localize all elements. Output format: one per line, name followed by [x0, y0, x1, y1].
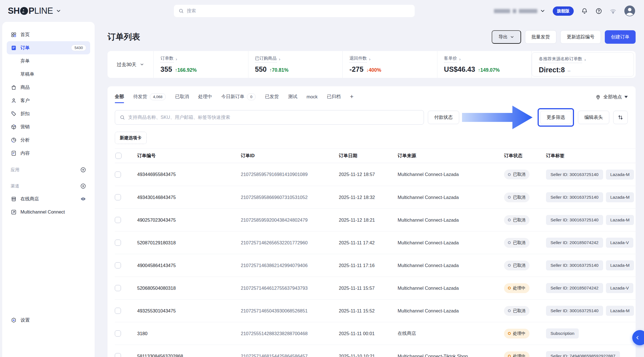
- help-icon[interactable]: [595, 8, 602, 15]
- status-dot-icon: [508, 219, 511, 221]
- bulk-ship-button[interactable]: 批量发货: [525, 30, 556, 44]
- row-checkbox[interactable]: [115, 330, 121, 337]
- tab-to-ship[interactable]: 待发货4,068: [133, 93, 166, 104]
- shopline-logo[interactable]: SH P LINE: [8, 6, 95, 16]
- more-filters-highlight: 更多筛选: [538, 108, 574, 127]
- tab-archived[interactable]: 已归档: [327, 94, 341, 103]
- order-source: Multichannel Connect-Tiktok Shop: [398, 354, 504, 357]
- sidebar-item-online-store[interactable]: 在线商店: [7, 192, 90, 205]
- sidebar-item-content[interactable]: 内容: [7, 147, 90, 160]
- tab-new-today[interactable]: 今日新订单0: [221, 93, 256, 104]
- chevron-right-icon: ›: [459, 57, 461, 61]
- table-row[interactable]: 5206805040803182107257146461275563794379…: [115, 277, 636, 299]
- row-checkbox[interactable]: [115, 217, 121, 223]
- sidebar-item-multichannel-connect[interactable]: Multichannel Connect: [7, 205, 90, 219]
- col-order-tags: 订单标签: [546, 153, 636, 159]
- order-search-input[interactable]: 支持商品名称、SKU、用户邮箱、标签等快速搜索: [115, 110, 424, 125]
- sidebar-item-label: 营销: [20, 124, 30, 130]
- order-id: 21072585959200438424802479: [241, 217, 339, 223]
- order-source: Multichannel Connect-Lazada: [398, 240, 504, 245]
- tab-mock[interactable]: mock: [307, 94, 318, 103]
- user-avatar[interactable]: [624, 5, 636, 17]
- table-row[interactable]: 4900458641434752107257146386214299407940…: [115, 254, 636, 277]
- create-order-button[interactable]: 创建订单: [605, 30, 636, 44]
- sidebar-item-home[interactable]: 首页: [7, 28, 90, 41]
- sidebar-item-customers[interactable]: 客户: [7, 94, 90, 107]
- table-row[interactable]: 5811330845637028682107257146815442586458…: [115, 345, 636, 357]
- row-checkbox[interactable]: [115, 240, 121, 246]
- sidebar-item-products[interactable]: 商品: [7, 81, 90, 94]
- global-search-placeholder: 搜索: [187, 8, 196, 14]
- period-select[interactable]: 过去30天: [108, 51, 154, 78]
- row-checkbox[interactable]: [115, 194, 121, 200]
- sidebar-item-orders[interactable]: 订单5430: [7, 41, 90, 54]
- sidebar-item-abandoned-orders[interactable]: 弃单: [7, 54, 90, 68]
- tab-cancelled[interactable]: 已取消: [175, 94, 189, 103]
- sidebar-item-discounts[interactable]: 折扣: [7, 107, 90, 120]
- tab-test[interactable]: 测试: [288, 94, 297, 103]
- status-label: 已取消: [513, 240, 526, 245]
- edit-columns-button[interactable]: 编辑表头: [578, 111, 609, 124]
- network-status-icon[interactable]: [610, 8, 617, 15]
- tab-label: 已发货: [265, 94, 279, 100]
- export-button[interactable]: 导出: [492, 30, 521, 44]
- order-status-cell: 处理中: [504, 351, 546, 357]
- row-checkbox[interactable]: [115, 285, 121, 291]
- stat-card-avg-order-value[interactable]: 客单价›US$46.43↑149.07%: [437, 51, 532, 78]
- sidebar-item-marketing[interactable]: 营销: [7, 120, 90, 133]
- row-checkbox[interactable]: [115, 171, 121, 178]
- chevron-left-icon: [635, 335, 640, 340]
- top-header: SH P LINE 搜索 旗舰版: [0, 0, 644, 22]
- row-checkbox[interactable]: [115, 308, 121, 314]
- table-row[interactable]: 4934301468434752107258595866960731053105…: [115, 186, 636, 208]
- add-apps-icon[interactable]: [80, 167, 86, 173]
- sidebar-item-analytics[interactable]: 分析: [7, 133, 90, 147]
- select-all-checkbox[interactable]: [115, 153, 122, 159]
- row-checkbox[interactable]: [115, 353, 121, 357]
- order-id: 21072571462656532201772960: [241, 240, 339, 245]
- tab-add-tab[interactable]: +: [350, 93, 354, 104]
- location-filter[interactable]: 全部地点: [595, 94, 628, 103]
- table-row[interactable]: 4932553010434752107257146504393006852685…: [115, 299, 636, 322]
- store-switcher[interactable]: [494, 8, 545, 14]
- customers-icon: [11, 98, 17, 104]
- sort-icon: [617, 114, 624, 120]
- more-filters-button[interactable]: 更多筛选: [540, 111, 571, 124]
- table-row[interactable]: 4902570230434752107258595920043842480247…: [115, 208, 636, 231]
- row-checkbox-cell: [115, 217, 137, 223]
- status-dot-icon: [508, 332, 511, 335]
- order-tabs: 全部待发货4,068已取消处理中今日新订单0已发货测试mock已归档+: [115, 93, 354, 104]
- stat-card-order-count[interactable]: 订单数›355↑166.92%: [154, 51, 248, 78]
- tab-shipped[interactable]: 已发货: [265, 94, 279, 103]
- order-date: 2025-11-12 18:32: [339, 195, 398, 200]
- row-checkbox-cell: [115, 308, 137, 314]
- tab-processing[interactable]: 处理中: [198, 94, 212, 103]
- status-label: 处理中: [513, 354, 526, 357]
- sidebar-item-draft-orders[interactable]: 草稿单: [7, 68, 90, 81]
- order-tags: Seller ID: 300163725140Lazada-M: [546, 306, 636, 316]
- sort-button[interactable]: [613, 111, 628, 124]
- tab-label: 处理中: [198, 94, 212, 100]
- stat-card-items-ordered[interactable]: 已订购商品›550↑70.81%: [248, 51, 343, 78]
- tab-count-badge: 4,068: [150, 93, 166, 100]
- global-search-input[interactable]: 搜索: [174, 5, 415, 17]
- new-view-tab-button[interactable]: 新建选项卡: [115, 132, 147, 144]
- payment-status-filter-button[interactable]: 付款状态: [428, 111, 459, 124]
- order-tags: Seller ID: 300163725140Lazada-M: [546, 170, 636, 180]
- tabs-row: 全部待发货4,068已取消处理中今日新订单0已发货测试mock已归档+ 全部地点: [115, 93, 628, 104]
- sidebar-item-settings[interactable]: 设置: [7, 314, 90, 327]
- stat-card-orders-by-referrer[interactable]: 各推荐来源名称订单数›Direct:8–: [532, 52, 634, 76]
- notifications-bell-icon[interactable]: [581, 8, 588, 15]
- row-checkbox-cell: [115, 285, 137, 291]
- table-row[interactable]: 3180210725551428832382887004682025-11-11…: [115, 322, 636, 345]
- eye-icon[interactable]: [80, 196, 86, 202]
- order-tag: Lazada-V: [606, 238, 633, 248]
- row-checkbox[interactable]: [115, 262, 121, 268]
- table-row[interactable]: 5208701291803182107257146265653220177296…: [115, 231, 636, 254]
- add-channels-icon[interactable]: [80, 183, 86, 189]
- order-tags: Seller ID: 7494086598592922887: [546, 351, 636, 357]
- stat-card-returned-items[interactable]: 退回件数›-275↓400%: [343, 51, 437, 78]
- tab-all[interactable]: 全部: [115, 94, 124, 103]
- update-tracking-button[interactable]: 更新追踪编号: [560, 30, 601, 44]
- table-row[interactable]: 4934469558434752107258595791698141090108…: [115, 163, 636, 186]
